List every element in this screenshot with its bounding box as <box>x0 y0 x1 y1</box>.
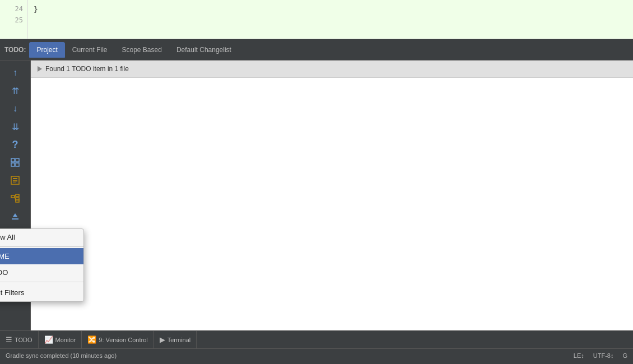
svg-rect-2 <box>11 163 15 166</box>
expand-button[interactable] <box>7 172 23 188</box>
svg-rect-3 <box>16 163 19 166</box>
dropdown-item-edit-filters[interactable]: 🔧 Edit Filters <box>0 283 83 301</box>
line-num-24: 24 <box>4 3 23 15</box>
svg-rect-5 <box>13 178 17 179</box>
tab-current-file[interactable]: Current File <box>65 42 115 58</box>
monitor-tab-icon: 📈 <box>44 335 53 344</box>
todo-panel: TODO: Project Current File Scope Based D… <box>0 39 633 330</box>
line-num-25: 25 <box>4 15 23 26</box>
import-icon <box>11 212 20 221</box>
bottom-tab-monitor[interactable]: 📈 Monitor <box>39 331 82 348</box>
version-control-icon: 🔀 <box>87 335 96 344</box>
tab-default-changelist[interactable]: Default Changelist <box>169 42 239 58</box>
bottom-tab-version-control[interactable]: 🔀 9: Version Control <box>82 331 153 348</box>
svg-rect-0 <box>11 158 15 162</box>
encoding-indicator[interactable]: UTF-8↕ <box>593 352 614 359</box>
filter-dropdown: ✓ Show All FIXME TODO 🔧 Edit <box>0 228 84 302</box>
todo-tab-icon: ☰ <box>6 335 12 344</box>
down-arrow-button[interactable]: ↓ <box>7 101 23 116</box>
goto-indicator[interactable]: G <box>622 352 627 359</box>
panel-area: Found 1 TODO item in 1 file ✓ Show All F… <box>31 60 633 330</box>
version-control-label: 9: Version Control <box>99 337 147 343</box>
show-all-label: Show All <box>0 233 15 241</box>
tab-project[interactable]: Project <box>29 42 64 58</box>
bottom-bar: ☰ TODO 📈 Monitor 🔀 9: Version Control ▶ … <box>0 330 633 348</box>
svg-rect-8 <box>11 195 15 198</box>
status-left: Gradle sync completed (10 minutes ago) <box>6 352 117 359</box>
svg-rect-1 <box>16 158 19 162</box>
status-bar: Gradle sync completed (10 minutes ago) L… <box>0 348 633 362</box>
found-header: Found 1 TODO item in 1 file <box>31 60 633 78</box>
code-area: 24 25 } <box>0 0 633 39</box>
svg-marker-16 <box>13 213 17 217</box>
svg-rect-9 <box>16 194 19 197</box>
svg-rect-7 <box>13 183 16 183</box>
bottom-tab-todo[interactable]: ☰ TODO <box>0 331 39 348</box>
up-arrow-button[interactable]: ↑ <box>7 65 23 81</box>
expand-icon <box>11 176 20 185</box>
line-ending-indicator[interactable]: LE↕ <box>574 352 584 359</box>
monitor-tab-label: Monitor <box>55 337 76 343</box>
edit-filters-label: Edit Filters <box>0 288 24 297</box>
group-icon <box>11 158 20 167</box>
todo-tabbar: TODO: Project Current File Scope Based D… <box>0 39 633 60</box>
up-top-button[interactable]: ⇈ <box>7 83 23 99</box>
group-button[interactable] <box>7 155 23 170</box>
svg-rect-6 <box>13 180 17 181</box>
terminal-label: Terminal <box>167 337 191 343</box>
fixme-label: FIXME <box>0 252 10 260</box>
dropdown-item-fixme[interactable]: FIXME <box>0 248 83 264</box>
todo-label-item: TODO <box>0 268 8 277</box>
import-button[interactable] <box>7 208 23 224</box>
down-bottom-button[interactable]: ⇊ <box>7 119 23 134</box>
tree-button[interactable] <box>7 190 23 206</box>
code-line-24: } <box>34 3 627 16</box>
todo-label: TODO: <box>4 46 26 54</box>
status-right: LE↕ UTF-8↕ G <box>574 352 627 359</box>
dropdown-divider <box>0 246 83 247</box>
terminal-icon: ▶ <box>160 335 165 344</box>
todo-tab-label: TODO <box>15 337 32 343</box>
line-numbers: 24 25 <box>0 0 28 39</box>
dropdown-item-todo[interactable]: TODO <box>0 264 83 281</box>
dropdown-item-show-all[interactable]: ✓ Show All <box>0 229 83 245</box>
tree-icon <box>11 194 20 203</box>
code-content: } <box>28 0 633 39</box>
collapse-triangle[interactable] <box>38 66 42 72</box>
bottom-tab-terminal[interactable]: ▶ Terminal <box>154 331 197 348</box>
dropdown-divider-2 <box>0 282 83 282</box>
found-text: Found 1 TODO item in 1 file <box>45 65 129 73</box>
panel-content <box>31 78 633 330</box>
tab-scope-based[interactable]: Scope Based <box>115 42 169 58</box>
question-button[interactable]: ? <box>7 137 23 152</box>
todo-main: ↑ ⇈ ↓ ⇊ ? <box>0 60 633 330</box>
svg-rect-15 <box>12 218 18 220</box>
svg-rect-11 <box>16 200 19 202</box>
